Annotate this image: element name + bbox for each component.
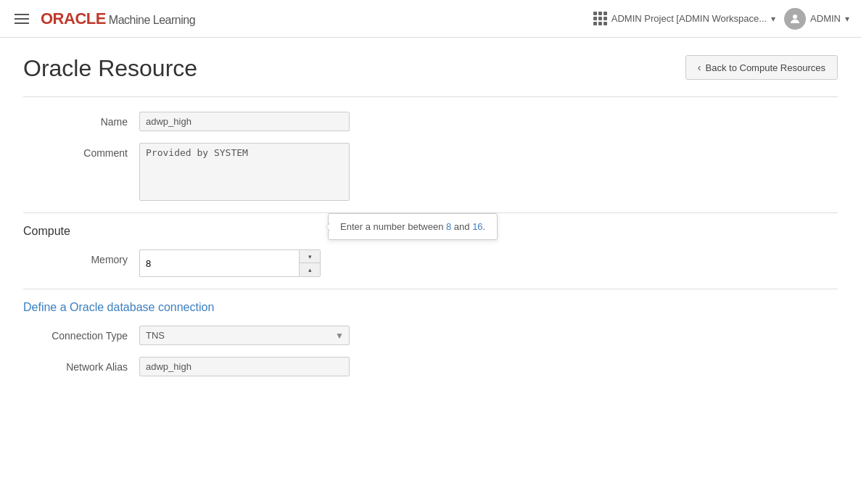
- title-divider: [23, 96, 838, 97]
- main-content: Oracle Resource ‹ Back to Compute Resour…: [0, 38, 861, 405]
- tooltip-text-mid: and: [451, 221, 472, 232]
- back-chevron-icon: ‹: [698, 62, 701, 73]
- comment-input[interactable]: Provided by SYSTEM: [139, 143, 350, 201]
- tooltip-max: 16: [472, 221, 482, 232]
- back-button-label: Back to Compute Resources: [706, 62, 825, 73]
- memory-spinner-container: ▾ ▴ Enter a number between 8 and 16.: [139, 249, 321, 277]
- project-dropdown-chevron: [771, 13, 775, 24]
- memory-row: Memory ▾ ▴ Enter a number between 8 and …: [23, 249, 531, 277]
- name-input[interactable]: [139, 112, 350, 131]
- app-logo: ORACLE Machine Learning: [41, 9, 195, 28]
- network-alias-row: Network Alias: [23, 357, 531, 376]
- spinner-down-button[interactable]: ▾: [300, 250, 320, 263]
- user-dropdown-chevron: [845, 13, 849, 24]
- user-menu[interactable]: ADMIN: [784, 8, 849, 30]
- connection-type-label: Connection Type: [23, 326, 139, 342]
- product-name: Machine Learning: [106, 14, 195, 26]
- connection-section-link[interactable]: Define a Oracle database connection: [23, 301, 214, 313]
- page-title-row: Oracle Resource ‹ Back to Compute Resour…: [23, 55, 838, 82]
- hamburger-menu-button[interactable]: [12, 11, 32, 27]
- memory-label: Memory: [23, 249, 139, 265]
- memory-tooltip: Enter a number between 8 and 16.: [328, 213, 498, 240]
- connection-type-select[interactable]: TNS: [139, 326, 350, 345]
- user-label: ADMIN: [810, 13, 841, 24]
- project-selector[interactable]: ADMIN Project [ADMIN Workspace...: [593, 12, 775, 25]
- compute-section: Compute Memory ▾ ▴ Enter a number betwee…: [23, 225, 838, 277]
- spinner-up-button[interactable]: ▴: [300, 263, 320, 276]
- connection-type-select-wrapper: TNS ▼: [139, 326, 350, 345]
- name-label: Name: [23, 112, 139, 128]
- app-header: ORACLE Machine Learning ADMIN Project [A…: [0, 0, 861, 38]
- define-section-divider: [23, 289, 838, 289]
- spinner-buttons: ▾ ▴: [299, 249, 321, 277]
- back-button[interactable]: ‹ Back to Compute Resources: [685, 55, 838, 80]
- comment-row: Comment Provided by SYSTEM: [23, 143, 531, 201]
- connection-section-header: Define a Oracle database connection: [23, 301, 838, 314]
- memory-spinner-wrapper: ▾ ▴: [139, 249, 321, 277]
- main-form: Name Comment Provided by SYSTEM: [23, 112, 838, 201]
- tooltip-text-pre: Enter a number between: [340, 221, 446, 232]
- tooltip-text-post: .: [483, 221, 486, 232]
- memory-input[interactable]: [139, 249, 299, 277]
- network-alias-label: Network Alias: [23, 357, 139, 373]
- avatar: [784, 8, 806, 30]
- name-row: Name: [23, 112, 531, 131]
- network-alias-input[interactable]: [139, 357, 350, 376]
- comment-label: Comment: [23, 143, 139, 159]
- project-label: ADMIN Project [ADMIN Workspace...: [611, 13, 767, 24]
- oracle-logo-text: ORACLE Machine Learning: [41, 9, 195, 28]
- grid-icon: [593, 12, 607, 25]
- connection-section: Define a Oracle database connection Conn…: [23, 301, 838, 376]
- connection-type-row: Connection Type TNS ▼: [23, 326, 531, 345]
- page-title: Oracle Resource: [23, 55, 197, 82]
- svg-point-0: [793, 15, 797, 19]
